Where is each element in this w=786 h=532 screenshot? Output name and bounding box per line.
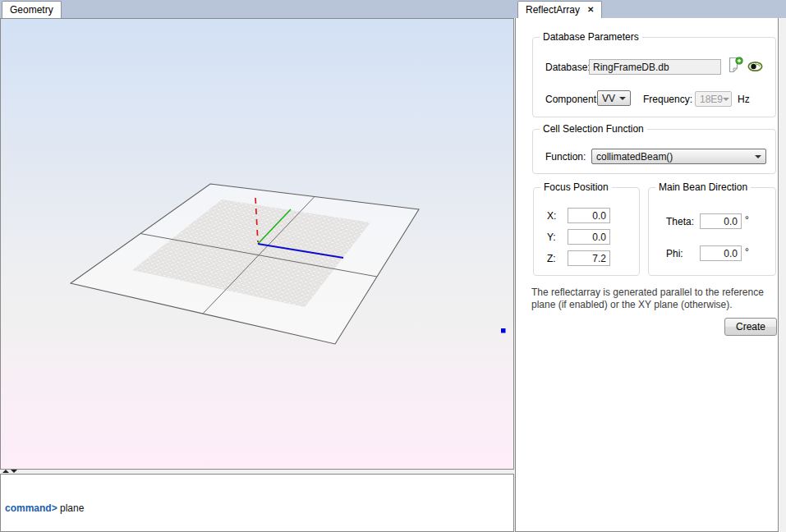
frequency-label: Frequency: <box>643 94 692 105</box>
focus-x-label: X: <box>547 210 556 222</box>
dropdown-arrow-icon <box>755 155 761 158</box>
group-title: Cell Selection Function <box>540 123 647 135</box>
group-main-beam-direction: Main Bean Direction Theta: ° Phi: ° <box>648 187 776 276</box>
database-field[interactable] <box>589 59 721 75</box>
group-focus-position: Focus Position X: Y: Z: <box>533 187 640 276</box>
scene-canvas <box>1 19 513 469</box>
group-title: Focus Position <box>540 181 612 193</box>
function-value: collimatedBeam() <box>596 151 673 163</box>
theta-field[interactable] <box>700 213 742 229</box>
focus-x-field[interactable] <box>568 208 610 223</box>
splitter-up-icon[interactable] <box>2 470 9 473</box>
group-cell-selection: Cell Selection Function Function: collim… <box>532 129 776 174</box>
component-dropdown[interactable]: VV <box>597 90 631 106</box>
frequency-value: 18E9 <box>700 94 723 105</box>
function-label: Function: <box>545 151 586 163</box>
new-database-icon[interactable] <box>729 57 743 76</box>
reflectarray-panel: Database Parameters Database: Component:… <box>515 18 779 532</box>
function-dropdown[interactable]: collimatedBeam() <box>591 149 766 164</box>
geometry-viewport[interactable] <box>0 18 514 470</box>
focus-y-label: Y: <box>547 232 556 243</box>
component-label: Component: <box>545 94 599 105</box>
tab-reflectarray-label: ReflectArray <box>526 4 580 16</box>
phi-label: Phi: <box>666 248 683 259</box>
tab-reflectarray[interactable]: ReflectArray ✕ <box>517 1 602 18</box>
focus-z-field[interactable] <box>568 250 610 266</box>
console-prompt: command> <box>5 502 57 514</box>
dropdown-arrow-icon <box>723 98 729 101</box>
theta-label: Theta: <box>666 216 694 227</box>
blue-marker <box>501 328 506 333</box>
tab-close-icon[interactable]: ✕ <box>587 6 594 14</box>
tab-geometry[interactable]: Geometry <box>2 1 62 18</box>
tab-geometry-label: Geometry <box>10 4 53 16</box>
phi-degree-label: ° <box>745 246 749 258</box>
command-console[interactable]: command> plane First corner of plane [x … <box>0 474 514 532</box>
console-line: command> plane <box>5 502 509 515</box>
group-title: Database Parameters <box>540 31 642 43</box>
frequency-unit-label: Hz <box>738 94 750 105</box>
reflectarray-note: The reflectarray is generated parallel t… <box>531 287 778 311</box>
console-command: plane <box>57 502 85 514</box>
dropdown-arrow-icon <box>619 97 626 100</box>
theta-degree-label: ° <box>745 214 749 226</box>
window-right-margin <box>779 18 786 532</box>
frequency-dropdown: 18E9 <box>695 91 732 107</box>
splitter-down-icon[interactable] <box>11 470 17 473</box>
component-value: VV <box>602 93 615 104</box>
group-title: Main Bean Direction <box>655 181 751 193</box>
create-button[interactable]: Create <box>724 318 777 336</box>
tab-bar: Geometry ReflectArray ✕ <box>0 0 786 18</box>
focus-z-label: Z: <box>547 253 556 264</box>
database-label: Database: <box>545 62 591 73</box>
phi-field[interactable] <box>700 245 742 261</box>
group-database-parameters: Database Parameters Database: Component:… <box>532 37 776 117</box>
view-database-eye-icon[interactable] <box>747 61 763 75</box>
focus-y-field[interactable] <box>568 229 610 245</box>
